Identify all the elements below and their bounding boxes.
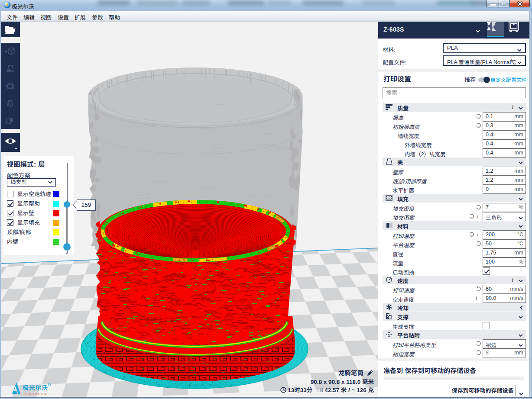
svg-text:极光尔沃: 极光尔沃 [23, 383, 48, 392]
svg-text:JGAURORA: JGAURORA [23, 392, 47, 396]
